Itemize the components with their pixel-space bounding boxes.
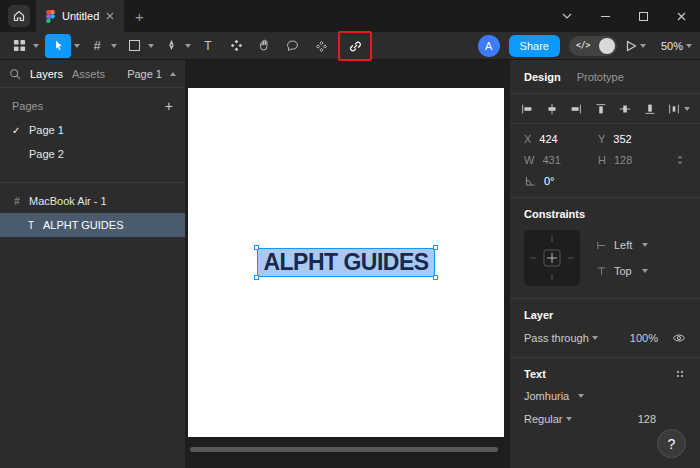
create-component-button[interactable] [310,34,332,58]
constrain-proportions-toggle[interactable] [670,154,686,166]
width-field[interactable]: W 431 [524,154,598,166]
horizontal-scrollbar[interactable] [190,447,498,452]
create-component-icon [315,40,328,53]
page-name: Page 2 [29,148,64,160]
canvas[interactable]: ALPHT GUIDES [185,60,510,468]
window-menu-chevron[interactable] [548,0,586,32]
move-tool-button[interactable] [45,34,80,58]
main-area: Layers Assets Page 1 Pages + ✓ Page 1 Pa… [0,60,700,468]
x-field[interactable]: X 424 [524,133,598,145]
zoom-menu[interactable]: 50% [661,40,692,52]
rotation-value: 0° [544,175,555,187]
rectangle-tool-icon [123,34,145,58]
main-menu-icon [8,34,30,58]
tab-assets[interactable]: Assets [72,68,105,80]
home-icon [13,10,25,22]
hand-tool-button[interactable] [253,34,275,58]
font-family-value: Jomhuria [524,390,569,402]
selection-actions [310,32,372,60]
resize-handle[interactable] [254,275,259,280]
layer-row-text[interactable]: T ALPHT GUIDES [0,213,185,237]
align-top-icon[interactable] [594,102,608,116]
titlebar: Untitled + [0,0,700,32]
resources-tool-button[interactable] [225,34,247,58]
new-tab-button[interactable]: + [124,0,154,32]
height-field[interactable]: H 128 [598,154,670,166]
constraints-widget[interactable] [524,230,580,286]
right-sidebar: Design Prototype X 424 Y 352 [510,60,700,468]
font-size-field[interactable]: 128 [638,413,656,425]
tab-prototype[interactable]: Prototype [577,71,624,83]
distribute-menu-icon[interactable] [667,102,690,116]
h-value: 128 [614,154,632,166]
page-row-2[interactable]: Page 2 [0,142,185,166]
horizontal-constraint-select[interactable]: Left [596,239,648,251]
blend-mode-select[interactable]: Pass through [524,332,589,344]
help-button[interactable]: ? [657,429,686,458]
chevron-down-icon [566,417,572,421]
share-button[interactable]: Share [509,35,560,57]
page-name: Page 1 [29,124,64,136]
toggle-knob [599,38,615,54]
dev-mode-toggle[interactable]: </> [569,36,617,56]
window-controls [548,0,700,32]
layer-header: Layer [524,309,686,321]
font-family-select[interactable]: Jomhuria [524,390,686,402]
pen-tool-button[interactable] [160,34,191,58]
font-style-select[interactable]: Regular [524,413,563,425]
artboard-macbook-air-1[interactable]: ALPHT GUIDES [188,88,504,437]
dev-mode-icon: </> [576,41,590,50]
align-left-icon[interactable] [520,102,534,116]
layer-row-frame[interactable]: # MacBook Air - 1 [0,189,185,213]
page-row-1[interactable]: ✓ Page 1 [0,118,185,142]
align-horizontal-center-icon[interactable] [545,102,559,116]
chevron-down-icon [111,44,117,48]
minimize-button[interactable] [586,0,624,32]
frame-tool-button[interactable]: # [86,34,117,58]
canvas-text: ALPHT GUIDES [263,249,428,275]
shape-tool-button[interactable] [123,34,154,58]
tab-close-icon[interactable] [106,12,114,20]
pages-header-row: Pages + [0,94,185,118]
add-page-button[interactable]: + [165,98,173,114]
text-tool-button[interactable]: T [197,34,219,58]
main-menu-button[interactable] [8,34,39,58]
page-selector[interactable]: Page 1 [127,68,176,80]
align-vertical-center-icon[interactable] [618,102,632,116]
rotation-field[interactable]: 0° [524,175,598,187]
home-button[interactable] [8,5,30,27]
comment-tool-button[interactable] [281,34,303,58]
vertical-constraint-value: Top [614,265,632,277]
avatar[interactable]: A [478,35,500,57]
create-link-button[interactable] [344,34,366,58]
text-layer-icon: T [26,220,36,231]
chevron-down-icon [185,44,191,48]
resize-handle[interactable] [433,275,438,280]
chevron-down-icon [642,269,648,273]
chevron-down-icon [686,44,692,48]
tab-layers[interactable]: Layers [30,68,63,80]
w-value: 431 [542,154,560,166]
y-field[interactable]: Y 352 [598,133,670,145]
close-button[interactable] [662,0,700,32]
vertical-constraint-select[interactable]: Top [596,265,648,277]
type-settings-icon[interactable] [674,368,686,380]
search-icon[interactable] [9,68,21,80]
layer-name: ALPHT GUIDES [43,219,124,231]
visibility-eye-icon[interactable] [672,331,686,345]
horizontal-constraint-icon [596,240,607,251]
resize-handle[interactable] [254,245,259,250]
frame-tool-icon: # [86,34,108,58]
align-right-icon[interactable] [569,102,583,116]
opacity-field[interactable]: 100% [630,332,658,344]
maximize-button[interactable] [624,0,662,32]
tab-design[interactable]: Design [524,71,561,83]
present-button[interactable] [626,40,646,52]
file-tab[interactable]: Untitled [36,0,124,32]
align-bottom-icon[interactable] [643,102,657,116]
layers-list: # MacBook Air - 1 T ALPHT GUIDES [0,182,185,237]
tab-title: Untitled [62,10,99,22]
position-section: X 424 Y 352 W 431 H 128 [510,124,700,197]
resize-handle[interactable] [433,245,438,250]
selected-text-node[interactable]: ALPHT GUIDES [257,248,434,277]
